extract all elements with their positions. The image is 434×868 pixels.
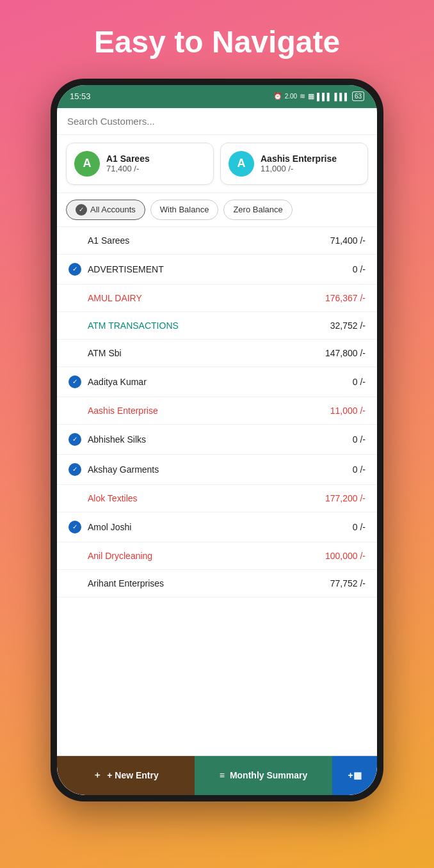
account-name: ADVERTISEMENT <box>88 264 164 274</box>
account-amount: 147,800 /- <box>325 348 366 358</box>
filter-tabs: ✓ All Accounts With Balance Zero Balance <box>57 193 377 227</box>
list-item[interactable]: ATM Sbi147,800 /- <box>57 340 377 367</box>
list-item[interactable]: ✓ADVERTISEMENT0 /- <box>57 255 377 285</box>
status-time: 15:53 <box>70 91 91 101</box>
check-icon-all: ✓ <box>76 204 87 216</box>
list-item[interactable]: Arihant Enterprises77,752 /- <box>57 570 377 597</box>
filter-with-balance[interactable]: With Balance <box>150 200 219 220</box>
account-amount: 176,367 /- <box>325 293 366 303</box>
blue-check-icon: ✓ <box>68 521 81 533</box>
phone-screen: 15:53 ⏰ 2.00 ≋ ▦ ▌▌▌ ▌▌▌ 63 A A1 Sarees <box>57 85 377 795</box>
account-name: Akshay Garments <box>88 464 159 475</box>
account-amount: 77,752 /- <box>330 578 366 588</box>
blue-check-icon: ✓ <box>68 263 81 276</box>
list-item[interactable]: Aashis Enterprise11,000 /- <box>57 397 377 425</box>
extra-icon: +▦ <box>348 770 361 780</box>
account-name: Aaditya Kumar <box>88 377 147 387</box>
list-item[interactable]: ✓Amol Joshi0 /- <box>57 512 377 542</box>
card-amount-0: 71,400 /- <box>106 164 150 173</box>
monthly-summary-icon: ≡ <box>220 770 225 780</box>
list-item[interactable]: A1 Sarees71,400 /- <box>57 227 377 255</box>
account-name: AMUL DAIRY <box>88 293 142 303</box>
account-amount: 32,752 /- <box>330 320 366 331</box>
hero-title: Easy to Navigate <box>94 26 340 59</box>
account-list: A1 Sarees71,400 /-✓ADVERTISEMENT0 /-AMUL… <box>57 227 377 755</box>
list-item[interactable]: Anil Drycleaning100,000 /- <box>57 542 377 570</box>
status-icons: ⏰ 2.00 ≋ ▦ ▌▌▌ ▌▌▌ 63 <box>273 91 364 101</box>
list-item[interactable]: ✓Akshay Garments0 /- <box>57 455 377 485</box>
blue-check-icon: ✓ <box>68 433 81 446</box>
status-bar: 15:53 ⏰ 2.00 ≋ ▦ ▌▌▌ ▌▌▌ 63 <box>57 85 377 108</box>
blue-check-icon: ✓ <box>68 463 81 476</box>
monthly-summary-button[interactable]: ≡ Monthly Summary <box>195 756 332 795</box>
account-name: ATM Sbi <box>88 348 122 358</box>
phone-frame: 15:53 ⏰ 2.00 ≋ ▦ ▌▌▌ ▌▌▌ 63 A A1 Sarees <box>51 79 383 801</box>
account-name: Alok Textiles <box>88 493 138 503</box>
avatar-1: A <box>229 151 254 177</box>
account-name: Anil Drycleaning <box>88 551 152 561</box>
monthly-summary-label: Monthly Summary <box>230 770 307 780</box>
account-amount: 100,000 /- <box>325 551 366 561</box>
account-amount: 11,000 /- <box>330 406 366 416</box>
list-item[interactable]: ✓Aaditya Kumar0 /- <box>57 367 377 397</box>
new-entry-label: + New Entry <box>107 770 159 780</box>
filter-all-label: All Accounts <box>90 205 136 214</box>
account-name: Arihant Enterprises <box>88 578 164 588</box>
card-name-1: Aashis Enterprise <box>261 154 337 164</box>
account-amount: 71,400 /- <box>330 235 366 246</box>
blue-check-icon: ✓ <box>68 375 81 388</box>
search-bar <box>57 108 377 135</box>
new-entry-icon: ＋ <box>93 769 102 781</box>
extra-button[interactable]: +▦ <box>332 756 377 795</box>
list-item[interactable]: AMUL DAIRY176,367 /- <box>57 285 377 312</box>
account-amount: 177,200 /- <box>325 493 366 503</box>
avatar-0: A <box>74 151 100 177</box>
account-name: Abhishek Silks <box>88 434 146 445</box>
account-amount: 0 /- <box>353 434 366 445</box>
account-amount: 0 /- <box>353 377 366 387</box>
card-amount-1: 11,000 /- <box>261 164 337 173</box>
pinned-card-1[interactable]: A Aashis Enterprise 11,000 /- <box>220 143 368 185</box>
filter-all-accounts[interactable]: ✓ All Accounts <box>66 200 145 220</box>
filter-balance-label: With Balance <box>160 205 209 214</box>
account-amount: 0 /- <box>353 464 366 475</box>
account-amount: 0 /- <box>353 522 366 532</box>
pinned-card-0[interactable]: A A1 Sarees 71,400 /- <box>66 143 214 185</box>
bottom-nav: ＋ + New Entry ≡ Monthly Summary +▦ <box>57 755 377 795</box>
account-amount: 0 /- <box>353 264 366 274</box>
account-name: Aashis Enterprise <box>88 406 158 416</box>
list-item[interactable]: ✓Abhishek Silks0 /- <box>57 425 377 455</box>
account-name: ATM TRANSACTIONS <box>88 320 179 331</box>
search-input[interactable] <box>67 116 367 127</box>
new-entry-button[interactable]: ＋ + New Entry <box>57 756 195 795</box>
filter-zero-label: Zero Balance <box>233 205 282 214</box>
card-name-0: A1 Sarees <box>106 154 150 164</box>
account-name: A1 Sarees <box>88 235 129 246</box>
pinned-cards-row: A A1 Sarees 71,400 /- A Aashis Enterpris… <box>57 135 377 193</box>
list-item[interactable]: ATM TRANSACTIONS32,752 /- <box>57 312 377 340</box>
account-name: Amol Joshi <box>88 522 131 532</box>
list-item[interactable]: Alok Textiles177,200 /- <box>57 485 377 512</box>
filter-zero-balance[interactable]: Zero Balance <box>223 200 292 220</box>
